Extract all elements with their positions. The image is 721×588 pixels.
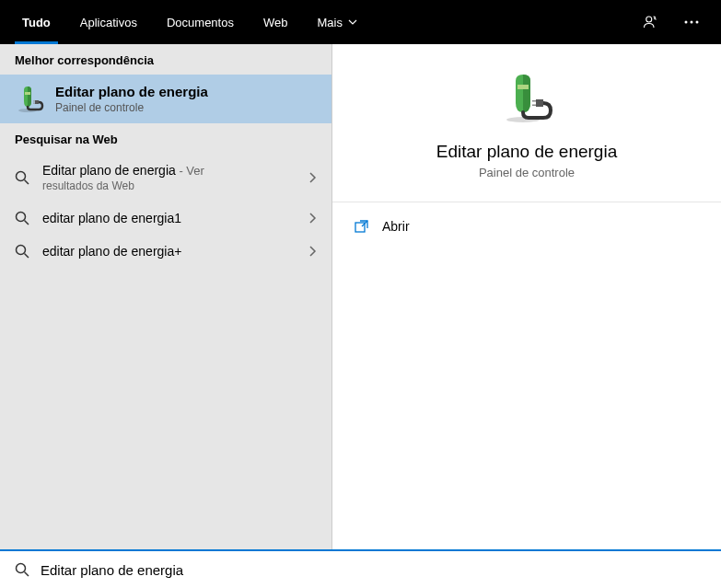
web-result-text: editar plano de energia+: [42, 244, 295, 259]
tab-web[interactable]: Web: [249, 0, 303, 44]
feedback-icon[interactable]: [636, 7, 666, 37]
search-icon: [15, 562, 29, 577]
svg-line-11: [25, 221, 29, 225]
top-filter-bar: Tudo Aplicativos Documentos Web Mais: [0, 0, 721, 44]
svg-rect-6: [33, 100, 35, 101]
svg-rect-7: [33, 102, 35, 103]
detail-subtitle: Painel de controle: [479, 166, 575, 179]
svg-point-12: [17, 246, 26, 255]
power-plug-icon: [499, 72, 554, 127]
open-icon: [355, 219, 369, 234]
main-area: Melhor correspondência Editar plano de e…: [0, 44, 721, 549]
chevron-right-icon: [308, 245, 317, 258]
svg-rect-17: [532, 105, 536, 107]
tab-mais[interactable]: Mais: [302, 0, 371, 44]
search-bar: [0, 549, 721, 588]
svg-rect-18: [355, 223, 365, 232]
best-match-item[interactable]: Editar plano de energia Painel de contro…: [0, 75, 331, 123]
svg-point-0: [646, 17, 652, 22]
svg-rect-16: [532, 100, 536, 102]
web-result-text: editar plano de energia1: [42, 211, 295, 225]
svg-line-20: [25, 572, 29, 577]
action-open[interactable]: Abrir: [332, 210, 721, 243]
results-panel: Melhor correspondência Editar plano de e…: [0, 44, 331, 549]
search-icon: [15, 170, 29, 185]
chevron-down-icon: [348, 17, 357, 27]
power-plug-icon: [15, 85, 44, 114]
detail-actions: Abrir: [332, 202, 721, 250]
tab-documentos[interactable]: Documentos: [152, 0, 249, 44]
search-input[interactable]: [41, 562, 706, 578]
svg-rect-5: [25, 92, 30, 95]
svg-point-3: [696, 21, 699, 24]
search-icon: [15, 244, 29, 259]
best-match-text: Editar plano de energia Painel de contro…: [55, 84, 208, 114]
web-result-2[interactable]: editar plano de energia+: [0, 235, 331, 268]
action-open-label: Abrir: [382, 219, 410, 234]
svg-point-19: [17, 564, 26, 573]
detail-header: Editar plano de energia Painel de contro…: [332, 44, 721, 202]
svg-point-8: [17, 172, 26, 181]
web-result-0[interactable]: Editar plano de energia - Ver resultados…: [0, 154, 331, 202]
filter-tabs: Tudo Aplicativos Documentos Web Mais: [7, 0, 372, 44]
svg-rect-15: [517, 85, 529, 89]
svg-point-1: [685, 21, 688, 24]
detail-panel: Editar plano de energia Painel de contro…: [331, 44, 721, 549]
detail-title: Editar plano de energia: [436, 142, 617, 162]
top-right-controls: [636, 7, 714, 37]
svg-point-10: [17, 213, 26, 222]
web-result-1[interactable]: editar plano de energia1: [0, 202, 331, 235]
more-options-icon[interactable]: [677, 7, 706, 37]
svg-point-2: [691, 21, 693, 24]
chevron-right-icon: [308, 212, 317, 225]
best-match-header: Melhor correspondência: [0, 44, 331, 75]
web-result-text: Editar plano de energia - Ver resultados…: [42, 163, 295, 192]
best-match-subtitle: Painel de controle: [55, 101, 208, 114]
search-icon: [15, 211, 29, 225]
tab-aplicativos[interactable]: Aplicativos: [65, 0, 152, 44]
tab-tudo[interactable]: Tudo: [7, 0, 65, 44]
svg-line-13: [25, 254, 29, 259]
web-search-header: Pesquisar na Web: [0, 123, 331, 154]
svg-line-9: [25, 180, 29, 185]
chevron-right-icon: [308, 171, 317, 184]
best-match-title: Editar plano de energia: [55, 84, 208, 99]
